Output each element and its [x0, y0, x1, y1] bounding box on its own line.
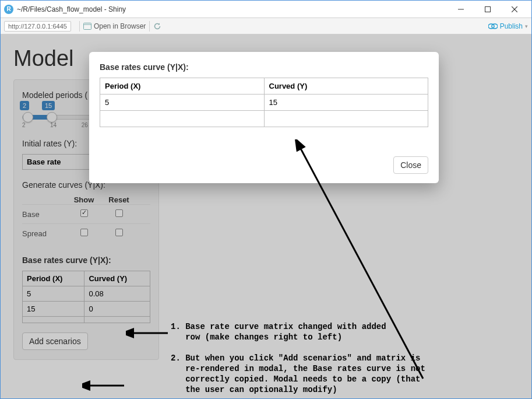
svg-rect-4 [83, 23, 91, 29]
cell-period[interactable]: 5 [100, 94, 265, 111]
window-title: ~/R/Files/Cash_flow_model - Shiny [17, 5, 448, 13]
publish-label: Publish [500, 22, 523, 30]
cell-period[interactable] [100, 111, 265, 127]
reload-icon[interactable] [153, 22, 161, 30]
table-header-row: Period (X) Curved (Y) [100, 78, 428, 94]
close-button[interactable]: Close [393, 156, 428, 174]
window: R ~/R/Files/Cash_flow_model - Shiny http… [0, 0, 532, 399]
maximize-button[interactable] [474, 1, 501, 18]
cell-curved[interactable]: 15 [264, 94, 428, 111]
window-controls [448, 1, 528, 18]
open-in-browser-link[interactable]: Open in Browser [94, 22, 146, 30]
table-row[interactable] [100, 111, 428, 127]
publish-button[interactable]: Publish ▾ [488, 22, 528, 30]
modal-title: Base rates curve (Y|X): [100, 62, 428, 72]
svg-point-7 [492, 24, 498, 29]
titlebar: R ~/R/Files/Cash_flow_model - Shiny [1, 1, 531, 18]
chevron-down-icon: ▾ [525, 23, 528, 29]
col-curved: Curved (Y) [264, 78, 428, 94]
browser-icon [83, 22, 91, 30]
modal-dialog: Base rates curve (Y|X): Period (X) Curve… [89, 52, 439, 183]
modal-footer: Close [100, 156, 428, 174]
app-body: Model Modeled periods ( 2 15 2 14 26 [1, 34, 531, 398]
col-period: Period (X) [100, 78, 265, 94]
minimize-button[interactable] [448, 1, 474, 18]
cell-curved[interactable] [264, 111, 428, 127]
toolbar: http://127.0.0.1:6445 Open in Browser Pu… [1, 18, 531, 34]
svg-rect-1 [485, 6, 491, 12]
divider [79, 21, 80, 32]
close-button[interactable] [501, 1, 528, 18]
r-app-icon: R [4, 5, 13, 14]
url-field[interactable]: http://127.0.0.1:6445 [4, 21, 71, 32]
modal-curve-table[interactable]: Period (X) Curved (Y) 5 15 [100, 78, 428, 127]
table-row[interactable]: 5 15 [100, 94, 428, 111]
divider [149, 21, 150, 32]
